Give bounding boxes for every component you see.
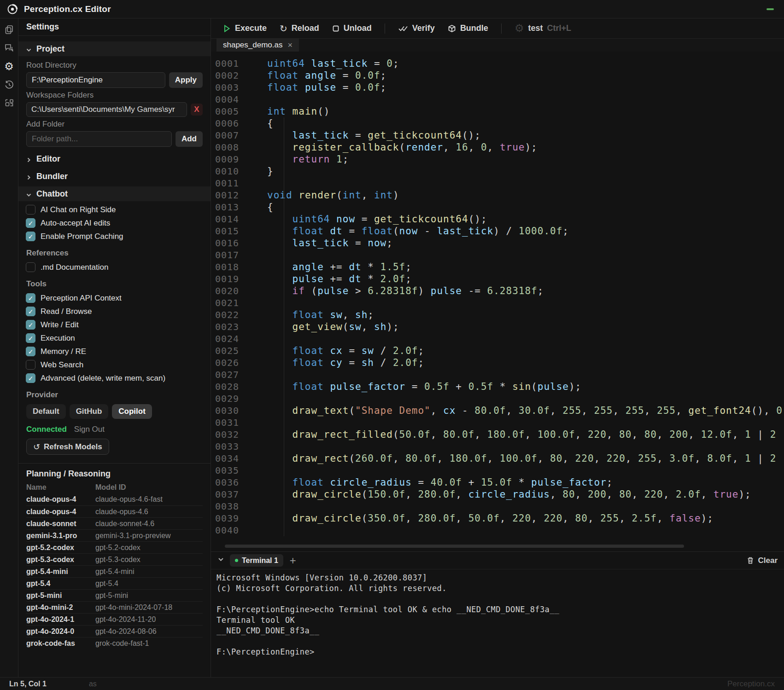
model-row[interactable]: claude-opus-4claude-opus-4.6 bbox=[26, 505, 203, 517]
code-text: void render(int, int) bbox=[267, 189, 399, 201]
checkbox-option[interactable]: ✓Advanced (delete, write mem, scan) bbox=[18, 371, 211, 385]
refresh-models-button[interactable]: ↺ Refresh Models bbox=[26, 439, 109, 455]
unload-button[interactable]: Unload bbox=[332, 23, 372, 33]
checkbox[interactable]: ✓ bbox=[26, 347, 35, 356]
code-line: 0001uint64 last_tick = 0; bbox=[211, 58, 784, 70]
section-bundler[interactable]: Bundler bbox=[18, 169, 211, 184]
terminal-output[interactable]: Microsoft Windows [Version 10.0.26200.80… bbox=[211, 569, 784, 677]
root-directory-input[interactable] bbox=[26, 72, 165, 88]
tools-label: Tools bbox=[18, 274, 211, 291]
code-text: { bbox=[267, 117, 274, 129]
model-row[interactable]: gpt-5.4gpt-5.4 bbox=[26, 577, 203, 589]
tab-shapes-demo[interactable]: shapes_demo.as × bbox=[216, 39, 299, 52]
execute-button[interactable]: Execute bbox=[223, 23, 267, 33]
checkbox-option[interactable]: ✓Read / Browse bbox=[18, 305, 211, 318]
checkbox[interactable]: ✓ bbox=[26, 307, 35, 316]
settings-gear-icon[interactable]: ⚙ bbox=[4, 61, 15, 72]
code-line: 0021 bbox=[211, 297, 784, 309]
chat-icon[interactable] bbox=[4, 42, 15, 53]
checkbox-option[interactable]: Web Search bbox=[18, 358, 211, 371]
checkbox[interactable]: ✓ bbox=[26, 320, 35, 330]
execute-label: Execute bbox=[235, 23, 267, 33]
editor-toolbar: Execute ↻ Reload Unload Verify Bundl bbox=[211, 18, 784, 39]
checkbox[interactable]: ✓ bbox=[26, 232, 35, 241]
code-editor[interactable]: 0001uint64 last_tick = 0;0002float angle… bbox=[211, 52, 784, 551]
model-table-header: Name Model ID bbox=[26, 481, 203, 493]
checkbox-option[interactable]: .md Documentation bbox=[18, 261, 211, 274]
section-chatbot[interactable]: Chatbot bbox=[18, 186, 211, 201]
collapse-terminal-icon[interactable] bbox=[217, 556, 224, 565]
terminal-tab-label: Terminal 1 bbox=[242, 557, 278, 565]
checkbox[interactable]: ✓ bbox=[26, 373, 35, 383]
test-button[interactable]: ⚙ test Ctrl+L bbox=[515, 23, 571, 34]
extensions-icon[interactable] bbox=[4, 98, 15, 109]
minimize-button[interactable] bbox=[766, 8, 774, 10]
files-icon[interactable] bbox=[4, 24, 15, 35]
sign-out-link[interactable]: Sign Out bbox=[74, 425, 105, 434]
section-editor-label: Editor bbox=[36, 154, 60, 164]
new-terminal-button[interactable]: + bbox=[290, 555, 296, 566]
checkbox[interactable]: ✓ bbox=[26, 293, 35, 303]
close-tab-icon[interactable]: × bbox=[287, 41, 293, 50]
code-line: 0011 bbox=[211, 177, 784, 189]
model-row[interactable]: gpt-5.4-minigpt-5.4-mini bbox=[26, 565, 203, 577]
code-text: draw_text("Shape Demo", cx - 80.0f, 30.0… bbox=[267, 405, 783, 417]
folder-path-input[interactable] bbox=[26, 131, 172, 147]
line-number: 0025 bbox=[211, 345, 267, 357]
line-number: 0008 bbox=[211, 141, 267, 153]
horizontal-scrollbar[interactable] bbox=[225, 545, 684, 548]
model-id: gpt-4o-2024-08-06 bbox=[95, 627, 157, 636]
model-row[interactable]: grok-code-fasgrok-code-fast-1 bbox=[26, 637, 203, 649]
terminal-line: Terminal tool OK bbox=[216, 615, 778, 626]
model-row[interactable]: gpt-4o-mini-2gpt-4o-mini-2024-07-18 bbox=[26, 601, 203, 613]
checkbox[interactable]: ✓ bbox=[26, 333, 35, 343]
sidebar-scroll[interactable]: Project Root Directory Apply Workspace F… bbox=[18, 36, 211, 677]
model-row[interactable]: gpt-5.3-codexgpt-5.3-codex bbox=[26, 553, 203, 565]
model-row[interactable]: gpt-4o-2024-0gpt-4o-2024-08-06 bbox=[26, 625, 203, 637]
checkbox[interactable] bbox=[26, 262, 35, 272]
verify-button[interactable]: Verify bbox=[398, 23, 435, 33]
section-editor[interactable]: Editor bbox=[18, 151, 211, 166]
checkbox-option[interactable]: ✓Enable Prompt Caching bbox=[18, 230, 211, 243]
model-row[interactable]: claude-sonnetclaude-sonnet-4.6 bbox=[26, 517, 203, 529]
checkbox-option[interactable]: ✓Write / Edit bbox=[18, 318, 211, 331]
bundle-button[interactable]: Bundle bbox=[448, 23, 488, 33]
code-text: int main() bbox=[267, 105, 330, 117]
code-text: last_tick = now; bbox=[267, 237, 393, 249]
model-name: grok-code-fas bbox=[26, 639, 95, 648]
checkbox[interactable] bbox=[26, 360, 35, 370]
history-icon[interactable] bbox=[4, 79, 15, 90]
checkbox[interactable]: ✓ bbox=[26, 218, 35, 228]
provider-button-default[interactable]: Default bbox=[26, 404, 66, 419]
remove-folder-button[interactable]: X bbox=[191, 104, 203, 116]
provider-button-github[interactable]: GitHub bbox=[70, 404, 109, 419]
add-folder-button[interactable]: Add bbox=[176, 131, 203, 147]
model-row[interactable]: gpt-5-minigpt-5-mini bbox=[26, 589, 203, 601]
checkbox-option[interactable]: ✓Execution bbox=[18, 331, 211, 345]
model-row[interactable]: claude-opus-4claude-opus-4.6-fast bbox=[26, 493, 203, 505]
provider-segmented-control: DefaultGitHubCopilot bbox=[18, 402, 211, 421]
model-row[interactable]: gemini-3.1-progemini-3.1-pro-preview bbox=[26, 529, 203, 541]
reload-button[interactable]: ↻ Reload bbox=[280, 23, 319, 33]
section-project[interactable]: Project bbox=[18, 41, 211, 56]
line-number: 0013 bbox=[211, 201, 267, 213]
line-number: 0028 bbox=[211, 381, 267, 393]
provider-button-copilot[interactable]: Copilot bbox=[112, 404, 152, 419]
code-line: 0022 float sw, sh; bbox=[211, 309, 784, 321]
clear-terminal-button[interactable]: Clear bbox=[747, 556, 778, 565]
chevron-down-icon bbox=[26, 191, 32, 197]
checkbox-option[interactable]: ✓Memory / RE bbox=[18, 345, 211, 358]
terminal-tab[interactable]: Terminal 1 bbox=[230, 554, 283, 567]
line-number: 0037 bbox=[211, 488, 267, 500]
code-line: 0012void render(int, int) bbox=[211, 189, 784, 201]
checkbox[interactable] bbox=[26, 205, 35, 215]
code-text: float cy = sh / 2.0f; bbox=[267, 357, 424, 369]
line-number: 0004 bbox=[211, 93, 267, 105]
checkbox-option[interactable]: ✓Perception API Context bbox=[18, 291, 211, 305]
checkbox-option[interactable]: AI Chat on Right Side bbox=[18, 203, 211, 216]
model-row[interactable]: gpt-4o-2024-1gpt-4o-2024-11-20 bbox=[26, 613, 203, 625]
model-row[interactable]: gpt-5.2-codexgpt-5.2-codex bbox=[26, 541, 203, 553]
code-text: draw_rect(260.0f, 80.0f, 180.0f, 100.0f,… bbox=[267, 452, 776, 464]
checkbox-option[interactable]: ✓Auto-accept AI edits bbox=[18, 216, 211, 230]
apply-button[interactable]: Apply bbox=[169, 72, 203, 88]
